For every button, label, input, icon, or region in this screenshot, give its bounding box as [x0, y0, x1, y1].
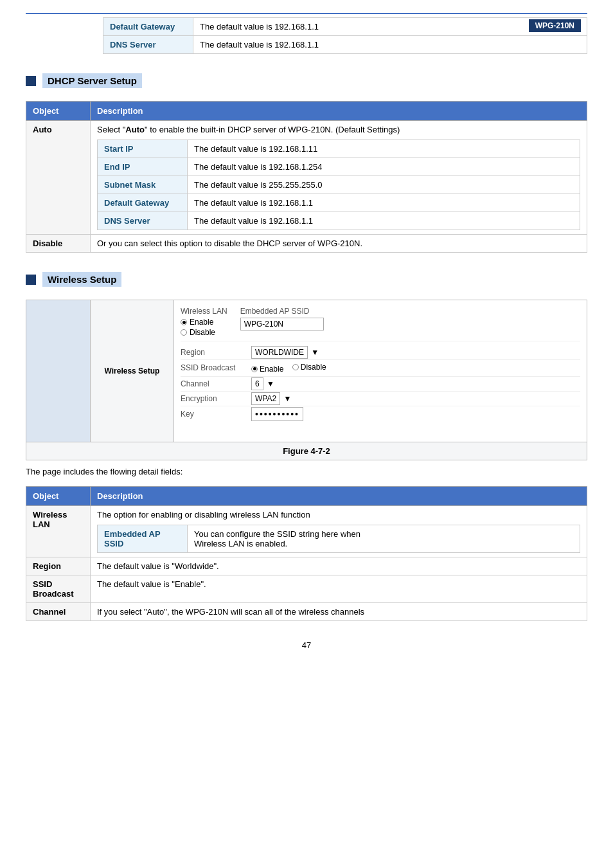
table-row: Start IP The default value is 192.168.1.…: [98, 140, 580, 158]
encryption-select[interactable]: WPA2: [251, 392, 280, 405]
region-value: WORLDWIDE ▼: [251, 348, 580, 357]
ssid-enable-label: Enable: [260, 365, 283, 374]
wireless-lan-group: Wireless LAN Enable Disable: [181, 307, 227, 337]
wireless-table: Object Description Wireless LAN The opti…: [26, 486, 587, 621]
embedded-ssid-line2: Wireless LAN is enabled.: [194, 539, 573, 548]
wpg-badge: WPG-210N: [529, 19, 581, 32]
key-value: ••••••••••: [251, 409, 580, 419]
region-desc: The default value is "Worldwide".: [91, 557, 587, 575]
default-gw-value: The default value is 192.168.1.1: [188, 194, 580, 212]
disable-radio-icon: [181, 329, 187, 336]
table-row-wireless-lan: Wireless LAN The option for enabling or …: [26, 506, 587, 557]
figure-wireless-setup-label: Wireless Setup: [91, 300, 174, 442]
ssid-disable-label: Disable: [301, 363, 326, 372]
enable-radio[interactable]: Enable: [181, 318, 227, 327]
ssid-label: Embedded AP SSID: [240, 307, 324, 316]
ssid-broadcast-label: SSID Broadcast: [181, 363, 251, 372]
wireless-lan-block: Wireless LAN Enable Disable: [181, 307, 580, 341]
table-row-disable: Disable Or you can select this option to…: [26, 235, 587, 253]
wireless-sub-table: Embedded AP SSID You can configure the S…: [97, 525, 580, 553]
end-ip-value: The default value is 192.168.1.254: [188, 158, 580, 176]
embedded-ssid-value: You can configure the SSID string here w…: [188, 525, 580, 553]
table-row: Default Gateway The default value is 192…: [103, 18, 587, 36]
disable-radio[interactable]: Disable: [181, 328, 227, 337]
region-row: Region WORLDWIDE ▼: [181, 345, 580, 360]
wireless-bullet-icon: [26, 275, 36, 285]
dhcp-section-title: DHCP Server Setup: [42, 73, 142, 88]
key-input[interactable]: ••••••••••: [251, 407, 303, 421]
channel-desc: If you select "Auto", the WPG-210N will …: [91, 603, 587, 621]
table-row: Default Gateway The default value is 192…: [98, 194, 580, 212]
auto-label: Auto: [26, 121, 91, 235]
dhcp-section-heading: DHCP Server Setup: [26, 73, 587, 88]
radio-group: Enable Disable: [181, 318, 227, 337]
channel-value: 6 ▼: [251, 379, 580, 388]
encryption-value: WPA2 ▼: [251, 394, 580, 403]
ssid-broadcast-row: SSID Broadcast Enable Disable: [181, 360, 580, 377]
table-row: DNS Server The default value is 192.168.…: [103, 36, 587, 54]
figure-caption: Figure 4-7-2: [26, 442, 587, 460]
table-row: Subnet Mask The default value is 255.255…: [98, 176, 580, 194]
auto-desc-text: Select "Auto" to enable the built-in DHC…: [97, 125, 580, 134]
table-row-auto: Auto Select "Auto" to enable the built-i…: [26, 121, 587, 235]
wireless-section-heading: Wireless Setup: [26, 272, 587, 287]
disable-description: Or you can select this option to disable…: [91, 235, 587, 253]
wireless-section-title: Wireless Setup: [42, 272, 121, 287]
auto-description: Select "Auto" to enable the built-in DHC…: [91, 121, 587, 235]
dns-server-value: The default value is 192.168.1.1: [193, 36, 587, 54]
table-row: End IP The default value is 192.168.1.25…: [98, 158, 580, 176]
figure-left-spacer: [26, 300, 91, 442]
start-ip-value: The default value is 192.168.1.11: [188, 140, 580, 158]
bullet-icon: [26, 76, 36, 86]
region-obj: Region: [26, 557, 91, 575]
wireless-lan-main-desc: The option for enabling or disabling wir…: [97, 510, 580, 520]
dhcp-col-description: Description: [91, 102, 587, 121]
channel-obj: Channel: [26, 603, 91, 621]
table-row-channel: Channel If you select "Auto", the WPG-21…: [26, 603, 587, 621]
disable-label: Disable: [26, 235, 91, 253]
region-select[interactable]: WORLDWIDE: [251, 346, 308, 359]
subnet-mask-value: The default value is 255.255.255.0: [188, 176, 580, 194]
end-ip-label: End IP: [98, 158, 188, 176]
disable-radio-label: Disable: [190, 328, 215, 337]
wireless-lan-desc: The option for enabling or disabling wir…: [91, 506, 587, 557]
channel-label: Channel: [181, 379, 251, 388]
ssid-broadcast-obj: SSID Broadcast: [26, 575, 91, 603]
figure-form-area: Wireless LAN Enable Disable: [174, 300, 587, 442]
region-label: Region: [181, 348, 251, 357]
ssid-broadcast-desc: The default value is "Enable".: [91, 575, 587, 603]
enable-radio-icon: [181, 319, 187, 325]
dns-server-label: DNS Server: [103, 36, 193, 54]
key-row: Key ••••••••••: [181, 406, 580, 422]
key-label: Key: [181, 410, 251, 419]
ssid-broadcast-value: Enable Disable: [251, 363, 580, 374]
wireless-figure: Wireless Setup Wireless LAN Enable: [26, 300, 587, 460]
subnet-mask-label: Subnet Mask: [98, 176, 188, 194]
encryption-row: Encryption WPA2 ▼: [181, 392, 580, 406]
wireless-lan-obj: Wireless LAN: [26, 506, 91, 557]
top-gateway-dns-table: Default Gateway The default value is 192…: [103, 17, 587, 54]
dhcp-table: Object Description Auto Select "Auto" to…: [26, 101, 587, 253]
ssid-enable-radio-icon: [251, 366, 258, 372]
ssid-group: Embedded AP SSID WPG-210N: [240, 307, 324, 330]
ssid-disable-radio-icon: [292, 364, 299, 370]
ssid-input[interactable]: WPG-210N: [240, 318, 324, 330]
dns-label: DNS Server: [98, 212, 188, 230]
wireless-col-object: Object: [26, 487, 91, 506]
dhcp-col-object: Object: [26, 102, 91, 121]
note-text: The page includes the flowing detail fie…: [26, 467, 587, 476]
encryption-label: Encryption: [181, 394, 251, 403]
table-row-region: Region The default value is "Worldwide".: [26, 557, 587, 575]
start-ip-label: Start IP: [98, 140, 188, 158]
embedded-ssid-line1: You can configure the SSID string here w…: [194, 529, 573, 539]
channel-select[interactable]: 6: [251, 377, 263, 390]
table-row-ssid-broadcast: SSID Broadcast The default value is "Ena…: [26, 575, 587, 603]
dns-value: The default value is 192.168.1.1: [188, 212, 580, 230]
default-gateway-label: Default Gateway: [103, 18, 193, 36]
wireless-col-description: Description: [91, 487, 587, 506]
default-gw-label: Default Gateway: [98, 194, 188, 212]
enable-radio-label: Enable: [190, 318, 213, 327]
channel-row: Channel 6 ▼: [181, 377, 580, 392]
auto-sub-table: Start IP The default value is 192.168.1.…: [97, 140, 580, 230]
page-number: 47: [26, 640, 587, 650]
